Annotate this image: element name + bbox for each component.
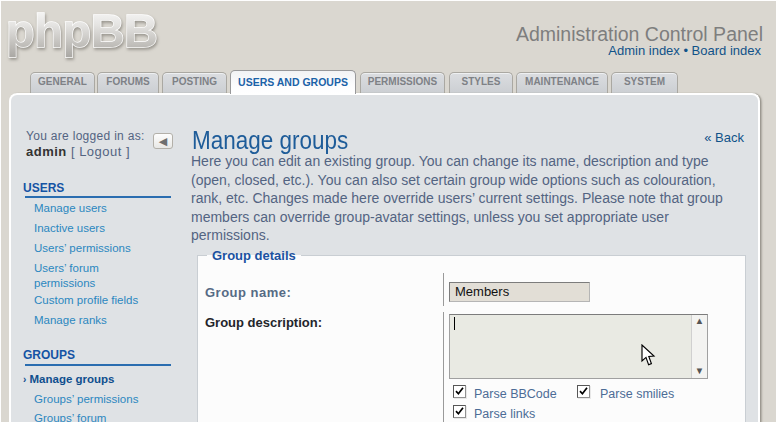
svg-text:phpBB: phpBB xyxy=(6,4,158,57)
